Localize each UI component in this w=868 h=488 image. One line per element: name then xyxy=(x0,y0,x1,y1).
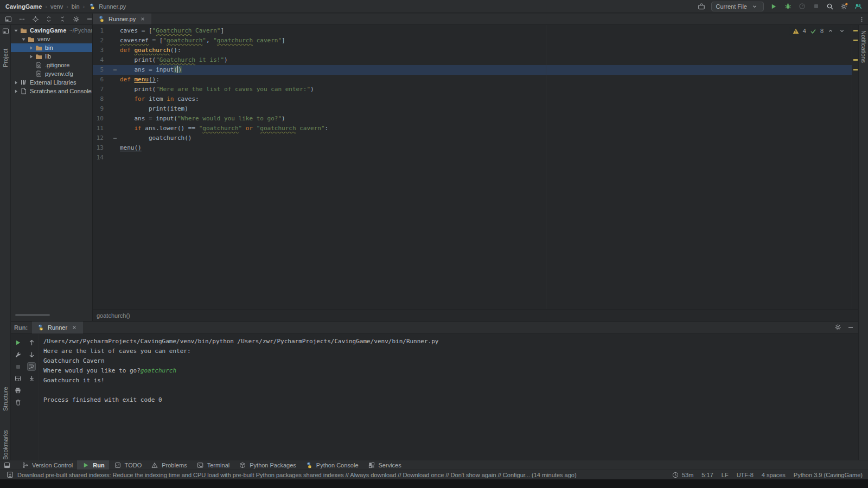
settings-icon[interactable] xyxy=(833,323,842,332)
run-config-selector[interactable]: Current File xyxy=(711,2,764,11)
status-item-label: Python 3.9 (CavingGame) xyxy=(794,472,863,478)
status-4-spaces[interactable]: 4 spaces xyxy=(762,472,786,478)
scroll-end-icon[interactable] xyxy=(27,374,36,383)
project-stripe-icon[interactable] xyxy=(2,28,9,35)
arrow-down-icon[interactable] xyxy=(27,350,36,359)
status-utf-8[interactable]: UTF-8 xyxy=(737,472,754,478)
code-line-12[interactable]: 12 goatchurch() xyxy=(93,133,852,143)
tree-item-bin[interactable]: bin xyxy=(11,43,92,52)
stop-icon[interactable] xyxy=(14,362,22,371)
stripe-label-structure[interactable]: Structure xyxy=(2,387,9,411)
code-line-9[interactable]: 9 print(item) xyxy=(93,104,852,114)
status-5-17[interactable]: 5:17 xyxy=(701,472,713,478)
close-icon[interactable] xyxy=(70,323,79,332)
code-line-14[interactable]: 14 xyxy=(93,153,852,163)
build-icon[interactable] xyxy=(14,350,22,359)
print-icon[interactable] xyxy=(14,386,22,395)
code-line-2[interactable]: 2cavesref = ["goatchurch", "goatchurch c… xyxy=(93,36,852,46)
status-python-3-9-cavinggame[interactable]: Python 3.9 (CavingGame) xyxy=(794,472,863,478)
layout-icon[interactable] xyxy=(14,374,22,383)
tree-item-lib[interactable]: lib xyxy=(11,52,92,61)
right-margin-guide xyxy=(546,25,546,309)
tree-item-label: .gitignore xyxy=(45,62,69,68)
code-line-8[interactable]: 8 for item in caves: xyxy=(93,94,852,104)
profiler-icon[interactable] xyxy=(797,2,806,11)
clear-icon[interactable] xyxy=(14,398,22,407)
run-config-label: Current File xyxy=(716,3,747,10)
status-message[interactable]: Download pre-built shared indexes: Reduc… xyxy=(17,472,577,478)
tool-windows-icon[interactable] xyxy=(4,15,12,23)
fold-column xyxy=(105,153,120,163)
inspections-widget[interactable]: 48 xyxy=(789,27,848,35)
editor-breadcrumbs[interactable]: goatchurch() xyxy=(93,309,858,321)
tree-item-scratches-and-consoles[interactable]: Scratches and Consoles xyxy=(11,87,92,95)
breadcrumb-runner-py[interactable]: Runner.py xyxy=(88,2,126,11)
status-53m[interactable]: 53m xyxy=(671,471,693,479)
close-icon[interactable] xyxy=(138,15,147,23)
code-line-5[interactable]: 5 ans = input() xyxy=(93,65,852,75)
locate-icon[interactable] xyxy=(31,15,40,23)
code-text: caves = ["Goatchurch Cavern"] xyxy=(120,26,852,36)
more-vertical-icon[interactable] xyxy=(857,15,866,23)
toolwindow-tab-terminal[interactable]: Terminal xyxy=(192,460,234,470)
run-header-actions xyxy=(833,323,855,332)
console-line: /Users/zwr/PycharmProjects/CavingGame/ve… xyxy=(43,337,858,346)
run-icon[interactable] xyxy=(769,2,778,11)
project-scrollbar[interactable] xyxy=(15,314,50,316)
chevron-up-icon[interactable] xyxy=(826,27,835,35)
project-stripe-button[interactable]: Project xyxy=(2,49,9,67)
hide-icon[interactable] xyxy=(846,323,855,332)
code-line-3[interactable]: 3def goatchurch(): xyxy=(93,46,852,55)
error-stripe[interactable] xyxy=(852,25,858,309)
tree-item-gitignore[interactable]: .gitignore xyxy=(11,61,92,69)
search-icon[interactable] xyxy=(826,2,834,11)
code-editor[interactable]: 1caves = ["Goatchurch Cavern"]2cavesref … xyxy=(93,25,858,309)
code-with-me-icon[interactable] xyxy=(854,2,863,11)
collapse-all-icon[interactable] xyxy=(58,15,67,23)
settings-icon[interactable] xyxy=(72,15,80,23)
code-line-4[interactable]: 4 print("Goatchurch it is!") xyxy=(93,55,852,65)
toolwindow-tab-python-packages[interactable]: Python Packages xyxy=(234,460,301,470)
soft-wrap-icon[interactable] xyxy=(27,362,36,371)
toolwindow-tab-services[interactable]: Services xyxy=(363,460,406,470)
code-line-10[interactable]: 10 ans = input("Where would you like to … xyxy=(93,114,852,124)
line-number: 14 xyxy=(93,153,105,163)
settings-orange-icon[interactable] xyxy=(840,2,848,11)
expand-all-icon[interactable] xyxy=(44,15,53,23)
toolbox-icon[interactable] xyxy=(697,2,706,11)
breadcrumb-cavinggame[interactable]: CavingGame xyxy=(5,3,42,10)
notifications-stripe-button[interactable]: Notifications xyxy=(860,30,867,63)
status-item-label: 4 spaces xyxy=(762,472,786,478)
tree-item-label: venv xyxy=(37,36,50,42)
run-tab-runner[interactable]: Runner xyxy=(32,322,83,333)
toolwindow-tab-run[interactable]: Run xyxy=(77,460,108,470)
code-line-11[interactable]: 11 if ans.lower() == "goatchurch" or "go… xyxy=(93,124,852,133)
toolwindow-tab-problems[interactable]: Problems xyxy=(146,460,191,470)
rerun-icon[interactable] xyxy=(14,338,22,347)
tree-item-external-libraries[interactable]: External Libraries xyxy=(11,78,92,87)
tool-window-switcher-icon[interactable] xyxy=(2,462,12,468)
breadcrumb-scope[interactable]: goatchurch() xyxy=(97,312,130,319)
code-line-6[interactable]: 6def menu(): xyxy=(93,75,852,85)
chevron-down-icon[interactable] xyxy=(838,27,846,35)
status-widgets: 53m5:17LFUTF-84 spacesPython 3.9 (Caving… xyxy=(663,471,863,479)
stop-icon[interactable] xyxy=(812,2,820,11)
toolwindow-tab-version-control[interactable]: Version Control xyxy=(16,460,77,470)
tree-item-pyvenv-cfg[interactable]: pyvenv.cfg xyxy=(11,69,92,78)
status-lf[interactable]: LF xyxy=(722,472,729,478)
more-horizontal-icon[interactable] xyxy=(17,15,26,23)
breadcrumb-venv[interactable]: venv xyxy=(50,3,63,10)
tree-item-cavinggame[interactable]: CavingGame~/Pychar xyxy=(11,26,92,35)
editor-tab-runner-py[interactable]: Runner.py xyxy=(93,14,151,24)
code-line-1[interactable]: 1caves = ["Goatchurch Cavern"] xyxy=(93,26,852,36)
toolwindow-tab-python-console[interactable]: Python Console xyxy=(301,460,363,470)
breadcrumb-bin[interactable]: bin xyxy=(72,3,80,10)
stripe-label-bookmarks[interactable]: Bookmarks xyxy=(2,430,9,460)
debug-icon[interactable] xyxy=(783,2,792,11)
tree-item-venv[interactable]: venv xyxy=(11,35,92,43)
toolwindow-tab-todo[interactable]: TODO xyxy=(109,460,146,470)
code-line-7[interactable]: 7 print("Here are the list of caves you … xyxy=(93,85,852,94)
run-console[interactable]: /Users/zwr/PycharmProjects/CavingGame/ve… xyxy=(39,334,858,460)
code-line-13[interactable]: 13menu() xyxy=(93,143,852,153)
arrow-up-icon[interactable] xyxy=(27,338,36,347)
